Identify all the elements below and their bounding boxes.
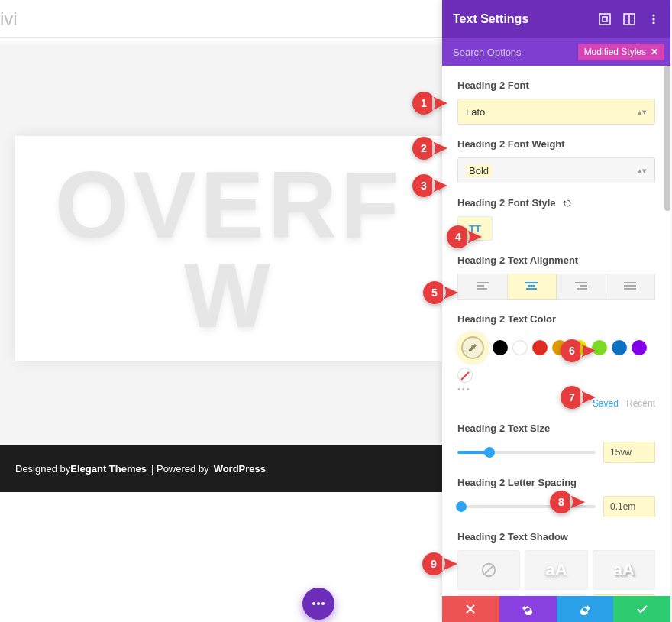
align-right-button[interactable]: [557, 274, 606, 300]
shadow-none-button[interactable]: [457, 550, 520, 590]
redo-icon: [579, 603, 591, 615]
svg-point-9: [652, 21, 654, 24]
saved-link[interactable]: Saved: [593, 398, 619, 409]
reset-icon[interactable]: [562, 198, 573, 209]
ellipsis-icon: [312, 601, 325, 606]
style-tt-label: TT: [469, 223, 481, 235]
svg-point-8: [652, 18, 654, 20]
chevron-updown-icon: ▴▾: [638, 166, 647, 176]
svg-point-7: [652, 14, 654, 16]
footer: Designed by Elegant Themes | Powered by …: [0, 445, 442, 492]
svg-rect-4: [603, 17, 607, 21]
swatch-green[interactable]: [592, 340, 607, 355]
label-weight: Heading 2 Font Weight: [457, 138, 655, 150]
topbar: ivi: [0, 0, 442, 38]
group-font: Heading 2 Font Lato ▴▾: [457, 79, 655, 125]
svg-point-0: [312, 602, 315, 605]
preview-line-2: W: [183, 247, 273, 343]
spacing-value-input[interactable]: 0.1em: [603, 496, 655, 517]
group-weight: Heading 2 Font Weight Bold ▴▾: [457, 138, 655, 183]
swatch-red[interactable]: [532, 340, 548, 355]
group-letter-spacing: Heading 2 Letter Spacing 0.1em: [457, 477, 655, 517]
select-weight[interactable]: Bold ▴▾: [457, 157, 655, 183]
group-text-color: Heading 2 Text Color ••• Saved: [457, 313, 655, 409]
close-icon[interactable]: ✕: [651, 47, 658, 57]
group-text-size: Heading 2 Text Size 15vw: [457, 423, 655, 463]
recent-link[interactable]: Recent: [626, 398, 655, 409]
label-text-color: Heading 2 Text Color: [457, 313, 655, 325]
shadow-opt-3[interactable]: aA: [593, 550, 655, 590]
save-button[interactable]: [613, 596, 670, 622]
label-style: Heading 2 Font Style: [457, 197, 655, 209]
settings-panel: Text Settings Search Options Modified St…: [442, 0, 670, 622]
label-text-shadow: Heading 2 Text Shadow: [457, 531, 655, 543]
redo-button[interactable]: [557, 596, 614, 622]
undo-button[interactable]: [499, 596, 557, 622]
label-alignment: Heading 2 Text Alignment: [457, 254, 655, 266]
group-alignment: Heading 2 Text Alignment: [457, 254, 655, 300]
align-justify-button[interactable]: [606, 274, 656, 300]
color-picker-button[interactable]: [457, 332, 488, 363]
columns-icon[interactable]: [623, 13, 635, 25]
svg-point-2: [321, 602, 325, 605]
footer-vendor-link[interactable]: Elegant Themes: [70, 463, 147, 475]
label-letter-spacing: Heading 2 Letter Spacing: [457, 477, 655, 488]
swatch-orange[interactable]: [552, 340, 567, 355]
panel-search-bar: Search Options Modified Styles ✕: [442, 38, 670, 66]
scrollbar[interactable]: [664, 66, 670, 211]
panel-actions: [442, 596, 670, 622]
shadow-opt-2[interactable]: aA: [525, 550, 587, 590]
style-uppercase-button[interactable]: TT: [457, 216, 493, 241]
size-slider[interactable]: [457, 451, 596, 454]
swatch-white[interactable]: [512, 340, 528, 355]
badge-label: Modified Styles: [584, 47, 646, 57]
color-saved-row: Saved Recent: [457, 398, 655, 409]
spacing-slider[interactable]: [457, 505, 596, 508]
none-icon: [480, 562, 497, 578]
more-dots-icon[interactable]: •••: [457, 384, 655, 394]
close-icon: [464, 603, 477, 615]
footer-text-prefix: Designed by: [15, 463, 70, 475]
swatch-blue[interactable]: [612, 340, 627, 355]
color-row: [457, 332, 655, 383]
select-font[interactable]: Lato ▴▾: [457, 99, 655, 125]
panel-body: Heading 2 Font Lato ▴▾ Heading 2 Font We…: [442, 66, 670, 596]
select-weight-value: Bold: [466, 164, 492, 177]
preview-line-1: OVERF: [55, 154, 403, 254]
svg-rect-3: [599, 14, 610, 24]
check-icon: [636, 603, 648, 615]
svg-point-1: [317, 602, 320, 605]
preview-card: OVERF W: [15, 136, 442, 361]
swatch-yellow[interactable]: [572, 340, 587, 355]
eyedropper-icon: [461, 336, 484, 359]
align-left-icon: [477, 282, 489, 291]
app-title: ivi: [0, 8, 18, 30]
footer-platform-link[interactable]: WordPress: [214, 463, 266, 475]
panel-header: Text Settings: [442, 0, 670, 38]
footer-text-middle: | Powered by: [151, 463, 209, 475]
divi-fab-button[interactable]: [302, 588, 334, 620]
group-text-shadow: Heading 2 Text Shadow aA aA aA aA aA: [457, 531, 655, 596]
more-icon[interactable]: [648, 13, 660, 25]
group-style: Heading 2 Font Style TT: [457, 197, 655, 241]
search-placeholder[interactable]: Search Options: [453, 47, 522, 58]
shadow-grid: aA aA aA aA aA: [457, 550, 655, 596]
size-value-input[interactable]: 15vw: [603, 442, 655, 463]
label-font: Heading 2 Font: [457, 79, 655, 91]
chevron-updown-icon: ▴▾: [638, 107, 647, 117]
svg-line-23: [484, 565, 494, 575]
align-justify-icon: [624, 282, 636, 291]
undo-icon: [522, 603, 534, 615]
expand-icon[interactable]: [599, 13, 611, 25]
align-left-button[interactable]: [457, 274, 508, 300]
align-center-button[interactable]: [508, 274, 557, 300]
swatch-black[interactable]: [493, 340, 508, 355]
swatch-none[interactable]: [457, 368, 473, 383]
align-center-icon: [525, 282, 538, 291]
discard-button[interactable]: [442, 596, 499, 622]
align-right-icon: [575, 282, 587, 291]
swatch-purple[interactable]: [632, 340, 647, 355]
panel-title: Text Settings: [453, 12, 528, 26]
modified-styles-badge[interactable]: Modified Styles ✕: [578, 44, 664, 60]
alignment-row: [457, 274, 655, 300]
